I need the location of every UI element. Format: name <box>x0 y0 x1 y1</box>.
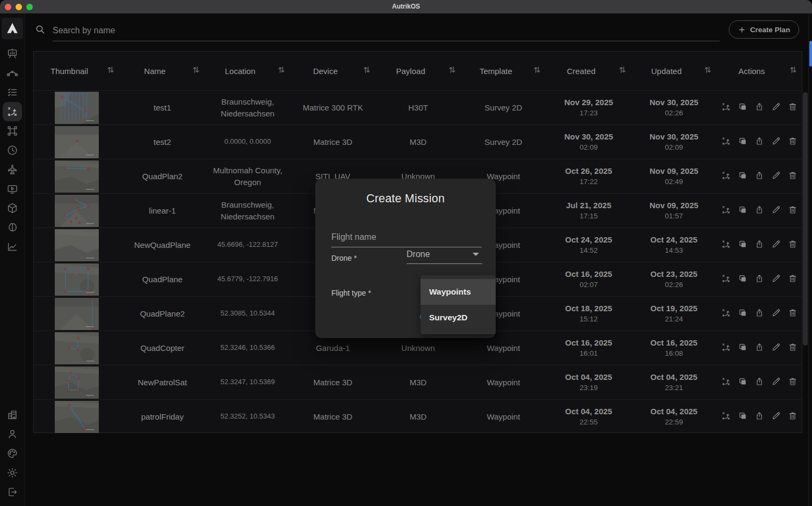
mission-thumbnail[interactable] <box>55 195 99 227</box>
export-action[interactable] <box>755 274 764 285</box>
table-row[interactable]: patrolFriday 52.3252, 10.5343 Matrice 3D… <box>34 399 802 434</box>
sidebar-item-analytics[interactable] <box>3 237 22 256</box>
edit-action[interactable] <box>771 205 781 216</box>
sidebar-item-flights[interactable] <box>3 160 22 179</box>
menu-item-waypoints[interactable]: Waypoints <box>421 279 496 305</box>
sidebar-item-mission-planning[interactable] <box>3 102 22 121</box>
table-row[interactable]: test1 Braunschweig, Niedersachsen Matric… <box>34 90 802 124</box>
menu-item-survey2d[interactable]: Survey2D <box>421 305 496 331</box>
sort-icon[interactable] <box>106 65 115 76</box>
duplicate-action[interactable] <box>738 274 748 285</box>
open-mission-action[interactable] <box>721 274 731 285</box>
delete-action[interactable] <box>788 205 798 216</box>
edit-action[interactable] <box>771 342 781 354</box>
duplicate-action[interactable] <box>738 102 748 113</box>
mission-thumbnail[interactable] <box>55 298 99 330</box>
delete-action[interactable] <box>788 308 798 319</box>
create-plan-button[interactable]: Create Plan <box>729 20 799 39</box>
open-mission-action[interactable] <box>721 205 731 216</box>
export-action[interactable] <box>755 171 764 182</box>
delete-action[interactable] <box>788 102 798 113</box>
sidebar-item-theme[interactable] <box>3 463 22 482</box>
delete-action[interactable] <box>788 239 798 251</box>
sidebar-item-routes[interactable] <box>3 63 22 83</box>
duplicate-action[interactable] <box>738 411 748 422</box>
table-row[interactable]: NewPatrolSat 52.3247, 10.5369 Matrice 3D… <box>34 365 802 399</box>
open-mission-action[interactable] <box>721 411 731 422</box>
mission-thumbnail[interactable] <box>55 160 99 193</box>
edit-action[interactable] <box>771 308 781 319</box>
sort-icon[interactable] <box>618 65 627 76</box>
sidebar-item-dashboard[interactable] <box>3 44 22 63</box>
export-action[interactable] <box>755 205 764 216</box>
edit-action[interactable] <box>771 239 781 251</box>
sidebar-item-logout[interactable] <box>3 482 22 502</box>
delete-action[interactable] <box>788 274 798 285</box>
table-scrollbar-thumb[interactable] <box>803 92 808 346</box>
export-action[interactable] <box>755 102 764 113</box>
mission-thumbnail[interactable] <box>55 366 99 399</box>
column-label: Actions <box>738 67 765 76</box>
sort-icon[interactable] <box>192 65 200 76</box>
delete-action[interactable] <box>788 136 798 148</box>
export-action[interactable] <box>755 377 764 388</box>
sidebar-item-selection[interactable] <box>3 121 22 141</box>
open-mission-action[interactable] <box>721 102 731 113</box>
sidebar-item-appearance[interactable] <box>3 444 22 463</box>
duplicate-action[interactable] <box>738 171 748 182</box>
export-action[interactable] <box>755 411 764 422</box>
mission-thumbnail[interactable] <box>55 401 99 433</box>
mission-thumbnail[interactable] <box>55 126 99 158</box>
sidebar-item-tasks[interactable] <box>3 83 22 102</box>
delete-action[interactable] <box>788 171 798 182</box>
duplicate-action[interactable] <box>738 342 748 354</box>
mission-thumbnail[interactable] <box>55 263 99 296</box>
sort-icon[interactable] <box>789 65 798 76</box>
edit-action[interactable] <box>771 411 781 422</box>
drone-select[interactable]: Drone <box>407 250 482 264</box>
edit-action[interactable] <box>771 102 781 113</box>
sidebar-item-ai[interactable] <box>3 218 22 237</box>
duplicate-action[interactable] <box>738 308 748 319</box>
duplicate-action[interactable] <box>738 377 748 388</box>
sort-icon[interactable] <box>363 65 371 76</box>
delete-action[interactable] <box>788 342 798 354</box>
open-mission-action[interactable] <box>721 377 731 388</box>
sidebar-item-history[interactable] <box>3 141 22 160</box>
app-logo[interactable] <box>2 18 23 39</box>
delete-action[interactable] <box>788 377 798 388</box>
sidebar-item-profile[interactable] <box>3 424 22 444</box>
export-action[interactable] <box>755 342 764 354</box>
sidebar-item-media[interactable] <box>3 179 22 199</box>
mission-thumbnail[interactable] <box>55 229 99 261</box>
edit-action[interactable] <box>771 377 781 388</box>
edit-action[interactable] <box>771 136 781 148</box>
mission-thumbnail[interactable] <box>55 332 99 364</box>
mission-thumbnail[interactable] <box>55 92 99 124</box>
export-action[interactable] <box>755 308 764 319</box>
duplicate-action[interactable] <box>738 205 748 216</box>
duplicate-action[interactable] <box>738 239 748 251</box>
edit-action[interactable] <box>771 171 781 182</box>
sort-icon[interactable] <box>704 65 712 76</box>
open-mission-action[interactable] <box>721 342 731 354</box>
sidebar-item-organization[interactable] <box>3 405 22 424</box>
open-mission-action[interactable] <box>721 239 731 251</box>
page-scrollbar-thumb[interactable] <box>809 41 812 67</box>
open-mission-action[interactable] <box>721 136 731 148</box>
sort-icon[interactable] <box>277 65 286 76</box>
export-action[interactable] <box>755 239 764 251</box>
open-mission-action[interactable] <box>721 308 731 319</box>
search-input[interactable] <box>53 20 720 41</box>
sort-icon[interactable] <box>533 65 541 76</box>
table-row[interactable]: test2 0.0000, 0.0000 Matrice 3D M3D Surv… <box>34 124 802 159</box>
delete-action[interactable] <box>788 411 798 422</box>
duplicate-action[interactable] <box>738 136 748 148</box>
edit-action[interactable] <box>771 274 781 285</box>
sort-icon[interactable] <box>448 65 456 76</box>
export-action[interactable] <box>755 136 764 148</box>
sidebar-item-assets-3d[interactable] <box>3 199 22 218</box>
open-mission-action[interactable] <box>721 171 731 182</box>
share-icon <box>755 308 764 318</box>
flight-name-input[interactable] <box>331 232 482 247</box>
